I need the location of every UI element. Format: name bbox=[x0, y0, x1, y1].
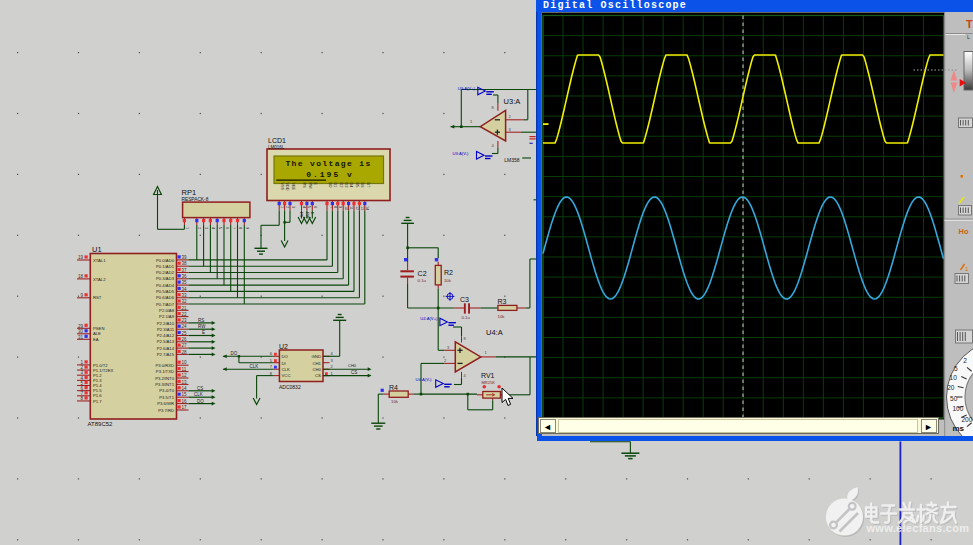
svg-text:EA: EA bbox=[93, 337, 99, 342]
svg-text:P3.0/RXD: P3.0/RXD bbox=[155, 363, 174, 368]
svg-text:DO: DO bbox=[282, 354, 289, 359]
svg-text:2: 2 bbox=[509, 114, 512, 119]
svg-text:0.1u: 0.1u bbox=[462, 315, 471, 320]
svg-text:E: E bbox=[313, 183, 317, 186]
svg-text:0.195 v: 0.195 v bbox=[306, 170, 354, 179]
svg-text:8: 8 bbox=[80, 396, 83, 401]
svg-text:D3: D3 bbox=[344, 183, 348, 188]
svg-text:CLK: CLK bbox=[194, 392, 203, 397]
svg-text:11: 11 bbox=[182, 367, 187, 372]
svg-text:P0.3/AD3: P0.3/AD3 bbox=[156, 276, 175, 281]
svg-text:P2.2/A10: P2.2/A10 bbox=[157, 321, 175, 326]
svg-text:VEE: VEE bbox=[291, 183, 295, 191]
svg-text:5: 5 bbox=[218, 227, 222, 229]
svg-text:www.elecfans.com: www.elecfans.com bbox=[866, 522, 970, 534]
svg-text:5: 5 bbox=[954, 365, 958, 372]
svg-text:LM016L: LM016L bbox=[268, 145, 285, 150]
svg-text:XTAL2: XTAL2 bbox=[93, 277, 106, 282]
svg-text:39: 39 bbox=[182, 255, 188, 260]
svg-text:P2.6/A14: P2.6/A14 bbox=[157, 346, 175, 351]
svg-text:AT89C52: AT89C52 bbox=[88, 421, 114, 427]
svg-text:1: 1 bbox=[185, 227, 189, 229]
svg-text:22: 22 bbox=[182, 312, 188, 317]
svg-text:8: 8 bbox=[238, 227, 242, 229]
svg-text:1: 1 bbox=[485, 350, 488, 355]
svg-text:P3.4/T0: P3.4/T0 bbox=[159, 388, 174, 393]
svg-text:P3.1/TXD: P3.1/TXD bbox=[156, 369, 174, 374]
svg-text:9: 9 bbox=[245, 227, 249, 229]
svg-text:P2.0/A8: P2.0/A8 bbox=[159, 308, 175, 313]
svg-text:D2: D2 bbox=[339, 183, 343, 188]
svg-text:RS: RS bbox=[198, 318, 204, 323]
svg-text:VCC: VCC bbox=[282, 373, 291, 378]
svg-text:33: 33 bbox=[182, 293, 188, 298]
svg-text:E: E bbox=[202, 330, 205, 335]
svg-text:7: 7 bbox=[231, 227, 235, 229]
svg-text:P3.7/RD: P3.7/RD bbox=[158, 408, 174, 413]
svg-text:RST: RST bbox=[93, 295, 102, 300]
svg-text:CLK: CLK bbox=[282, 367, 290, 372]
svg-text:18: 18 bbox=[78, 274, 84, 279]
svg-text:4: 4 bbox=[302, 206, 306, 208]
svg-text:16: 16 bbox=[182, 399, 188, 404]
svg-text:10: 10 bbox=[950, 374, 958, 381]
svg-text:28: 28 bbox=[182, 350, 188, 355]
svg-text:RW: RW bbox=[305, 212, 309, 219]
svg-text:D1: D1 bbox=[333, 183, 337, 188]
svg-text:6: 6 bbox=[270, 351, 273, 356]
svg-text:RV1: RV1 bbox=[481, 372, 495, 379]
svg-text:2: 2 bbox=[963, 357, 967, 364]
svg-text:10k: 10k bbox=[498, 314, 506, 319]
svg-text:C2: C2 bbox=[418, 270, 427, 277]
svg-text:8: 8 bbox=[492, 105, 495, 110]
svg-text:7: 7 bbox=[270, 364, 273, 369]
svg-text:20: 20 bbox=[947, 384, 955, 391]
svg-text:10k: 10k bbox=[444, 278, 452, 283]
svg-text:P3.5/T1: P3.5/T1 bbox=[159, 395, 174, 400]
svg-text:ms: ms bbox=[953, 424, 965, 433]
svg-text:ADC0832: ADC0832 bbox=[279, 384, 301, 390]
svg-text:4: 4 bbox=[464, 373, 467, 378]
svg-text:MR25K: MR25K bbox=[482, 380, 496, 385]
svg-text:34: 34 bbox=[182, 287, 188, 292]
svg-text:100: 100 bbox=[953, 405, 964, 412]
svg-text:3: 3 bbox=[204, 227, 208, 229]
svg-text:RW: RW bbox=[198, 324, 206, 329]
svg-text:6: 6 bbox=[225, 227, 229, 229]
svg-text:23: 23 bbox=[182, 318, 188, 323]
svg-text:P3.6/WR: P3.6/WR bbox=[157, 401, 174, 406]
svg-text:27: 27 bbox=[182, 343, 188, 348]
svg-text:17: 17 bbox=[182, 405, 188, 410]
svg-text:P3.2/INT0: P3.2/INT0 bbox=[155, 376, 175, 381]
svg-text:8: 8 bbox=[464, 336, 467, 341]
svg-text:4: 4 bbox=[211, 227, 215, 229]
svg-text:50: 50 bbox=[950, 395, 958, 402]
svg-text:36: 36 bbox=[182, 274, 188, 279]
svg-text:P2.7/A15: P2.7/A15 bbox=[157, 352, 175, 357]
svg-text:14: 14 bbox=[365, 206, 369, 210]
svg-text:3: 3 bbox=[447, 345, 450, 350]
svg-text:DO: DO bbox=[231, 351, 238, 356]
svg-text:P1.7: P1.7 bbox=[93, 399, 102, 404]
svg-text:D5: D5 bbox=[355, 183, 359, 188]
svg-text:10: 10 bbox=[344, 206, 348, 210]
svg-text:P0.1/AD1: P0.1/AD1 bbox=[156, 264, 175, 269]
svg-text:3: 3 bbox=[291, 206, 295, 208]
svg-text:4: 4 bbox=[492, 143, 495, 148]
svg-text:CS: CS bbox=[197, 386, 203, 391]
svg-text:U1: U1 bbox=[92, 245, 102, 254]
svg-text:CH1: CH1 bbox=[312, 361, 321, 366]
svg-text:2: 2 bbox=[444, 358, 447, 363]
svg-text:U4:A(V+): U4:A(V+) bbox=[420, 316, 438, 321]
svg-text:D6: D6 bbox=[360, 183, 364, 188]
svg-text:38: 38 bbox=[182, 261, 188, 266]
svg-text:37: 37 bbox=[182, 268, 188, 273]
svg-text:0.1u: 0.1u bbox=[418, 278, 427, 283]
svg-text:2: 2 bbox=[285, 206, 289, 208]
svg-text:VSS: VSS bbox=[280, 183, 284, 191]
svg-text:6: 6 bbox=[313, 206, 317, 208]
svg-text:U3:A(V+): U3:A(V+) bbox=[458, 86, 476, 91]
svg-text:19: 19 bbox=[78, 255, 84, 260]
svg-text:CS: CS bbox=[351, 370, 357, 375]
svg-text:3: 3 bbox=[509, 127, 512, 132]
